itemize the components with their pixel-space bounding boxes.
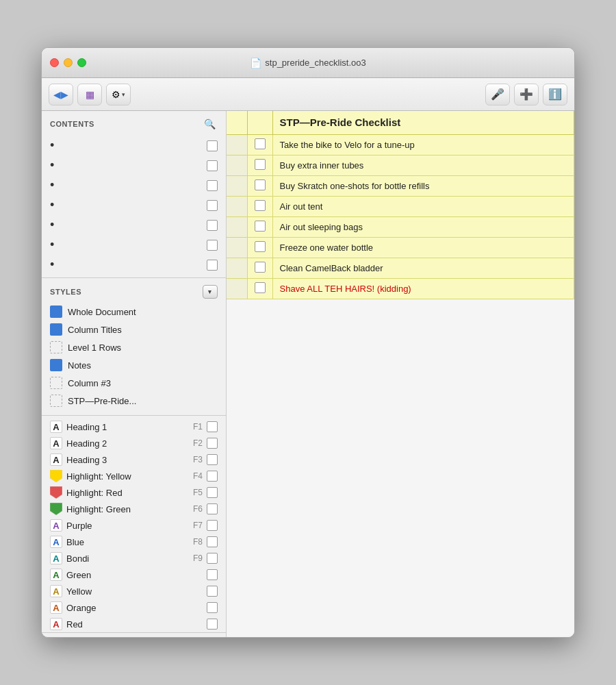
para-style-heading2-checkbox[interactable]: [207, 438, 218, 449]
check-8[interactable]: [255, 282, 266, 293]
para-style-yellow[interactable]: A Yellow: [42, 583, 226, 599]
style-item-column3[interactable]: Column #3: [42, 374, 226, 392]
para-style-purple-checkbox[interactable]: [207, 520, 218, 531]
para-style-purple[interactable]: A Purple F7: [42, 517, 226, 534]
microphone-button[interactable]: 🎤: [485, 84, 510, 105]
titlebar-center: 📄 stp_preride_checklist.oo3: [250, 58, 365, 68]
info-button[interactable]: ℹ️: [543, 84, 567, 105]
para-style-heading1[interactable]: A Heading 1 F1: [42, 419, 226, 435]
table-row: Buy Skratch one-shots for bottle refills: [227, 176, 574, 197]
contents-checkbox-3[interactable]: [207, 180, 218, 191]
para-style-red-label: Red: [66, 619, 203, 630]
maximize-button[interactable]: [77, 58, 86, 67]
para-style-red-checkbox[interactable]: [207, 619, 218, 630]
para-style-red[interactable]: A Red: [42, 616, 226, 632]
check-2[interactable]: [255, 159, 266, 170]
checklist-table: STP—Pre-Ride Checklist Take the bike to …: [227, 111, 574, 299]
para-style-heading3-label: Heading 3: [66, 455, 193, 465]
para-style-bondi[interactable]: A Bondi F9: [42, 550, 226, 566]
contents-header: CONTENTS 🔍: [42, 111, 226, 136]
file-icon: 📄: [250, 58, 261, 68]
row-gutter-8: [227, 279, 247, 299]
row-text-6: Freeze one water bottle: [272, 238, 574, 258]
row-text-3: Buy Skratch one-shots for bottle refills: [272, 176, 574, 197]
style-item-level-rows[interactable]: Level 1 Rows: [42, 338, 226, 356]
style-label-whole-doc: Whole Document: [68, 307, 136, 317]
para-style-orange[interactable]: A Orange: [42, 599, 226, 616]
para-style-heading3-shortcut: F3: [193, 455, 203, 464]
bullet-5: •: [50, 218, 58, 232]
para-style-green-checkbox[interactable]: [207, 569, 218, 580]
table-row: Air out sleeping bags: [227, 217, 574, 238]
nav-left-button[interactable]: ◀▶: [49, 84, 73, 105]
para-style-highlight-red[interactable]: Highlight: Red F5: [42, 484, 226, 501]
contents-checkbox-6[interactable]: [207, 240, 218, 251]
checklist-header-row: STP—Pre-Ride Checklist: [227, 111, 574, 135]
check-3[interactable]: [255, 179, 266, 190]
style-item-column-titles[interactable]: Column Titles: [42, 321, 226, 338]
svg-marker-0: [50, 470, 62, 482]
style-label-column-titles: Column Titles: [68, 325, 122, 335]
para-style-highlight-red-checkbox[interactable]: [207, 487, 218, 498]
para-style-bondi-checkbox[interactable]: [207, 553, 218, 564]
para-style-heading3[interactable]: A Heading 3 F3: [42, 451, 226, 468]
layers-button[interactable]: ▦: [77, 84, 102, 105]
check-6[interactable]: [255, 241, 266, 252]
contents-checkbox-4[interactable]: [207, 200, 218, 211]
notes-icon: [50, 359, 62, 371]
para-style-highlight-green-label: Highlight: Green: [66, 504, 193, 514]
style-item-notes[interactable]: Notes: [42, 356, 226, 374]
contents-item-6: •: [42, 235, 226, 255]
para-style-heading1-checkbox[interactable]: [207, 421, 218, 432]
check-4[interactable]: [255, 200, 266, 211]
contents-item-5: •: [42, 215, 226, 235]
contents-checkbox-2[interactable]: [207, 160, 218, 171]
check-7[interactable]: [255, 262, 266, 273]
check-1[interactable]: [255, 138, 266, 149]
para-style-highlight-green-shortcut: F6: [193, 504, 203, 514]
search-button[interactable]: 🔍: [203, 116, 218, 132]
close-button[interactable]: [50, 58, 59, 67]
bullet-1: •: [50, 138, 58, 153]
styles-dropdown-button[interactable]: ▾: [203, 285, 218, 299]
style-item-stp[interactable]: STP—Pre-Ride...: [42, 392, 226, 410]
bullet-3: •: [50, 178, 58, 192]
row-text-4: Air out tent: [272, 197, 574, 217]
para-style-blue-checkbox[interactable]: [207, 536, 218, 547]
app-window: 📄 stp_preride_checklist.oo3 ◀▶ ▦ ⚙ ▾ 🎤 ➕…: [41, 47, 575, 638]
minimize-button[interactable]: [64, 58, 73, 67]
sidebar: CONTENTS 🔍 • • • •: [42, 111, 227, 637]
para-style-highlight-yellow-label: Highlight: Yellow: [66, 471, 193, 482]
header-gutter: [227, 111, 247, 135]
style-item-whole-doc[interactable]: Whole Document: [42, 303, 226, 321]
para-style-highlight-green-checkbox[interactable]: [207, 503, 218, 514]
toolbar: ◀▶ ▦ ⚙ ▾ 🎤 ➕ ℹ️: [42, 78, 574, 111]
contents-item-7: •: [42, 255, 226, 275]
row-text-5: Air out sleeping bags: [272, 217, 574, 238]
para-style-green[interactable]: A Green: [42, 566, 226, 583]
para-style-blue[interactable]: A Blue F8: [42, 534, 226, 550]
gear-button[interactable]: ⚙ ▾: [106, 84, 131, 105]
info-icon: ℹ️: [548, 88, 562, 101]
check-5[interactable]: [255, 221, 266, 232]
para-style-highlight-green[interactable]: Highlight: Green F6: [42, 501, 226, 517]
add-icon: ➕: [519, 88, 533, 101]
contents-item-2: •: [42, 155, 226, 175]
row-text-1: Take the bike to Velo for a tune-up: [272, 135, 574, 155]
para-style-heading2[interactable]: A Heading 2 F2: [42, 435, 226, 451]
contents-checkbox-5[interactable]: [207, 220, 218, 231]
table-row: Buy extra inner tubes: [227, 155, 574, 176]
yellow-text-icon: A: [50, 585, 62, 597]
para-style-highlight-yellow-checkbox[interactable]: [207, 471, 218, 482]
row-check-1: [247, 135, 272, 155]
table-row: Clean CamelBack bladder: [227, 258, 574, 279]
para-style-orange-checkbox[interactable]: [207, 602, 218, 613]
contents-checkbox-1[interactable]: [207, 140, 218, 151]
bullet-6: •: [50, 238, 58, 252]
add-button[interactable]: ➕: [514, 84, 539, 105]
para-style-yellow-checkbox[interactable]: [207, 586, 218, 597]
contents-checkbox-7[interactable]: [207, 260, 218, 271]
para-style-highlight-yellow[interactable]: Highlight: Yellow F4: [42, 468, 226, 484]
para-style-heading3-checkbox[interactable]: [207, 454, 218, 465]
contents-item-4: •: [42, 195, 226, 215]
